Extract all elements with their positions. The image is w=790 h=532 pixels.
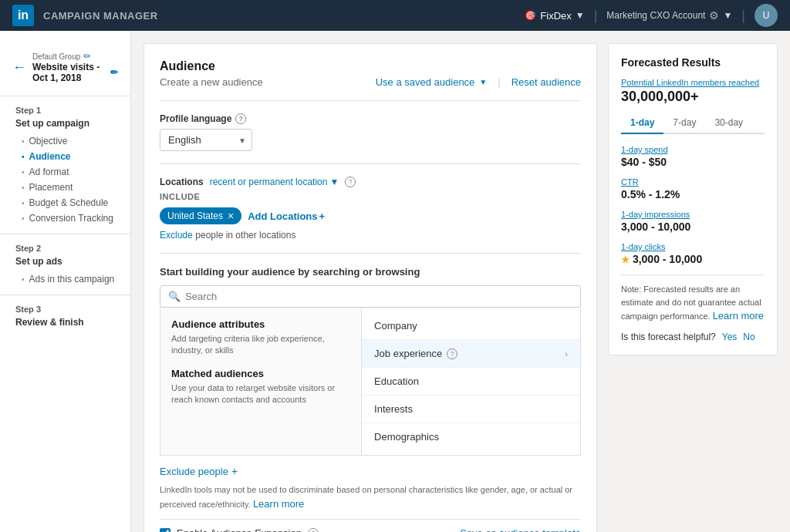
- menu-item-interests[interactable]: Interests: [362, 396, 580, 423]
- menu-item-job-experience[interactable]: Job experience ? ›: [362, 340, 580, 368]
- exclude-location-row: Exclude people in other locations: [160, 229, 581, 241]
- forecast-spend: 1-day spend $40 - $50: [621, 145, 765, 168]
- location-tags: United States × Add Locations +: [160, 207, 581, 224]
- job-experience-label: Job experience: [374, 348, 442, 359]
- sidebar-divider: [0, 96, 130, 96]
- builder-subtitle: by searching or browsing: [298, 266, 420, 278]
- locations-help-icon[interactable]: ?: [345, 177, 356, 187]
- forecast-helpful-row: Is this forecast helpful? Yes No: [621, 332, 765, 342]
- account-icon: 🎯: [525, 10, 536, 21]
- forecast-impressions: 1-day impressions 3,000 - 10,000: [621, 210, 765, 233]
- marketing-account[interactable]: Marketing CXO Account ⚙ ▼: [606, 9, 732, 22]
- group-edit-icon[interactable]: ✏: [83, 51, 91, 62]
- gear-icon[interactable]: ⚙: [709, 9, 719, 22]
- save-template-link[interactable]: Save as audience template: [460, 527, 581, 532]
- locations-section: Locations recent or permanent location ▼…: [160, 177, 581, 241]
- forecast-note: Note: Forecasted results are an estimate…: [621, 274, 765, 324]
- job-experience-arrow: ›: [565, 349, 568, 359]
- campaign-edit-icon[interactable]: ✏: [110, 67, 118, 78]
- tab-30-day[interactable]: 30-day: [705, 113, 752, 134]
- tab-1-day[interactable]: 1-day: [621, 113, 663, 134]
- sidebar-item-ad-format[interactable]: Ad format: [0, 164, 130, 180]
- menu-item-education[interactable]: Education: [362, 368, 580, 396]
- sidebar-divider-3: [0, 295, 130, 295]
- sidebar-item-audience[interactable]: Audience: [0, 149, 130, 164]
- job-experience-help-icon[interactable]: ?: [447, 348, 457, 359]
- add-location-icon: +: [319, 210, 326, 222]
- audience-card: Audience Create a new audience Use a sav…: [143, 43, 597, 532]
- sidebar-item-conversion[interactable]: Conversion Tracking: [0, 210, 130, 226]
- clicks-value: ★ 3,000 - 10,000: [621, 253, 765, 265]
- potential-members-label[interactable]: Potential LinkedIn members reached: [621, 78, 765, 87]
- locations-dropdown-icon: ▼: [329, 177, 339, 187]
- saved-audience-link[interactable]: Use a saved audience: [376, 76, 475, 88]
- demographics-label: Demographics: [374, 431, 439, 443]
- exclude-people-link[interactable]: Exclude people: [160, 466, 228, 477]
- helpful-yes-button[interactable]: Yes: [722, 332, 738, 342]
- account-dropdown-icon: ▼: [576, 10, 585, 21]
- audience-subtitle: Create a new audience Use a saved audien…: [160, 76, 581, 88]
- ctr-label[interactable]: CTR: [621, 177, 765, 187]
- marketing-account-label: Marketing CXO Account: [606, 10, 705, 21]
- user-avatar[interactable]: U: [755, 4, 778, 27]
- audience-title: Audience: [160, 59, 581, 73]
- day-tabs: 1-day 7-day 30-day: [621, 113, 765, 134]
- step-3-title: Review & finish: [0, 315, 130, 332]
- reset-audience-link[interactable]: Reset audience: [511, 76, 581, 88]
- forecast-title: Forecasted Results: [621, 56, 765, 69]
- tab-7-day[interactable]: 7-day: [663, 113, 705, 134]
- potential-members-value: 30,000,000+: [621, 89, 765, 105]
- group-name: Default Group ✏: [32, 51, 118, 62]
- builder-title: Start building your audience by searchin…: [160, 266, 581, 278]
- locations-type-selector[interactable]: recent or permanent location ▼: [210, 177, 339, 187]
- audience-right-panel: Company Job experience ? › Education: [362, 308, 580, 455]
- matched-audiences-section: Matched audiences Use your data to retar…: [171, 368, 350, 406]
- sidebar-item-budget[interactable]: Budget & Schedule: [0, 195, 130, 210]
- nav-left: in CAMPAIGN MANAGER: [12, 5, 158, 26]
- sidebar-item-objective[interactable]: Objective: [0, 133, 130, 149]
- forecast-card: Forecasted Results Potential LinkedIn me…: [608, 43, 778, 355]
- location-tag-remove[interactable]: ×: [228, 210, 234, 221]
- enable-expansion-help-icon[interactable]: ?: [308, 528, 319, 533]
- sidebar-item-ads[interactable]: Ads in this campaign: [0, 271, 130, 287]
- marketing-dropdown-icon: ▼: [723, 10, 732, 21]
- link-divider: |: [498, 76, 500, 88]
- forecast-learn-more[interactable]: Learn more: [713, 310, 764, 322]
- menu-item-company[interactable]: Company: [362, 312, 580, 340]
- enable-expansion-checkbox[interactable]: [160, 528, 170, 533]
- location-tag-name: United States: [167, 210, 223, 221]
- language-select[interactable]: English French Spanish: [160, 129, 252, 151]
- enable-expansion-checkbox-row: Enable Audience Expansion ?: [160, 527, 319, 532]
- page-container: ← Default Group ✏ Website visits - Oct 1…: [0, 31, 790, 532]
- menu-item-demographics[interactable]: Demographics: [362, 423, 580, 450]
- audience-search-input[interactable]: [185, 291, 572, 302]
- saved-audience-dropdown[interactable]: ▼: [479, 78, 487, 86]
- main-area: Audience Create a new audience Use a sav…: [131, 31, 790, 532]
- locations-label: Locations: [160, 177, 204, 187]
- learn-more-link[interactable]: Learn more: [253, 498, 304, 510]
- step-1-title: Set up campaign: [0, 116, 130, 133]
- locations-header: Locations recent or permanent location ▼…: [160, 177, 581, 187]
- helpful-no-button[interactable]: No: [743, 332, 755, 342]
- add-location-button[interactable]: Add Locations +: [248, 210, 325, 222]
- audience-search-box: 🔍: [160, 285, 581, 308]
- exclude-link[interactable]: Exclude: [160, 230, 193, 241]
- divider-3: [160, 253, 581, 254]
- language-select-wrapper: English French Spanish ▼: [160, 129, 252, 151]
- clicks-label[interactable]: 1-day clicks: [621, 242, 765, 251]
- sidebar-item-placement[interactable]: Placement: [0, 180, 130, 195]
- audience-left-panel: Audience attributes Add targeting criter…: [160, 308, 362, 455]
- exclude-people-plus-icon[interactable]: +: [231, 465, 238, 477]
- impressions-label[interactable]: 1-day impressions: [621, 210, 765, 219]
- main-content: Audience Create a new audience Use a sav…: [143, 43, 597, 520]
- back-button[interactable]: ←: [12, 59, 26, 76]
- profile-language-help-icon[interactable]: ?: [235, 113, 246, 124]
- attributes-desc: Add targeting criteria like job experien…: [171, 333, 350, 357]
- create-audience-label: Create a new audience: [160, 76, 263, 88]
- spend-label[interactable]: 1-day spend: [621, 145, 765, 154]
- step-3-label: Step 3: [0, 303, 130, 315]
- education-label: Education: [374, 375, 419, 387]
- account-selector[interactable]: 🎯 FixDex ▼: [525, 10, 584, 22]
- matched-desc: Use your data to retarget website visito…: [171, 382, 350, 406]
- nav-right: 🎯 FixDex ▼ | Marketing CXO Account ⚙ ▼ |…: [525, 4, 778, 27]
